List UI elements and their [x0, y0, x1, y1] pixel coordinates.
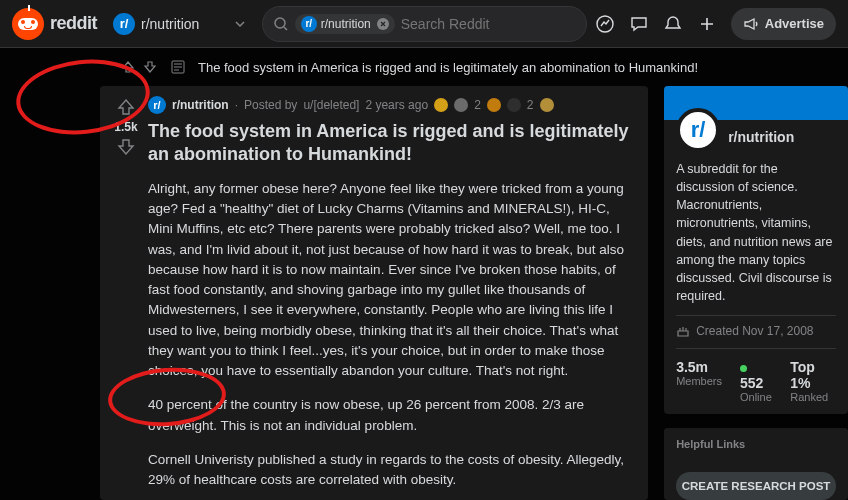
reddit-wordmark: reddit: [50, 13, 97, 34]
online-label: Online: [740, 391, 772, 403]
advertise-button[interactable]: Advertise: [731, 8, 836, 40]
subreddit-dropdown[interactable]: r/ r/nutrition: [105, 6, 254, 42]
rank-value: Top 1%: [790, 359, 836, 391]
reddit-logo[interactable]: reddit: [12, 8, 97, 40]
post-meta: r/ r/nutrition · Posted by u/[deleted] 2…: [148, 96, 636, 114]
award-icon[interactable]: [507, 98, 521, 112]
notifications-icon[interactable]: [663, 14, 683, 34]
award-icon[interactable]: [434, 98, 448, 112]
advertise-label: Advertise: [765, 16, 824, 31]
upvote-icon[interactable]: [120, 59, 136, 75]
cake-icon: [676, 324, 690, 338]
search-chip[interactable]: r/ r/nutrition: [295, 14, 395, 34]
create-research-post-button[interactable]: CREATE RESEARCH POST: [676, 472, 836, 500]
top-header: reddit r/ r/nutrition r/ r/nutrition: [0, 0, 848, 48]
reddit-snoo-icon: [12, 8, 44, 40]
posted-by-prefix: Posted by: [244, 98, 297, 112]
content-area: 1.5k r/ r/nutrition · Posted by u/[delet…: [0, 86, 848, 500]
megaphone-icon: [743, 16, 759, 32]
create-post-icon[interactable]: [697, 14, 717, 34]
post-paragraph: Cornell Univeristy published a study in …: [148, 450, 636, 491]
chat-icon[interactable]: [629, 14, 649, 34]
sidebar: r/ r/nutrition A subreddit for the discu…: [664, 86, 848, 500]
post-title: The food system in America is rigged and…: [148, 120, 636, 167]
subreddit-avatar-icon: r/: [113, 13, 135, 35]
sidebar-created: Created Nov 17, 2008: [676, 315, 836, 338]
search-icon: [273, 16, 289, 32]
chip-avatar-icon: r/: [301, 16, 317, 32]
sidebar-stats: 3.5m Members 552 Online Top 1% Ranked: [676, 348, 836, 403]
subreddit-name: r/nutrition: [141, 16, 199, 32]
award-count: 2: [474, 98, 481, 112]
award-icon[interactable]: [540, 98, 554, 112]
award-count: 2: [527, 98, 534, 112]
subreddit-avatar-icon: r/: [676, 108, 720, 152]
post-body-text: Alright, any former obese here? Anyone f…: [148, 179, 636, 500]
sticky-title: The food system in America is rigged and…: [198, 60, 698, 75]
chevron-down-icon: [234, 18, 246, 30]
post-author[interactable]: u/[deleted]: [303, 98, 359, 112]
rank-label: Ranked: [790, 391, 836, 403]
chip-close-icon[interactable]: [377, 18, 389, 30]
award-icon[interactable]: [454, 98, 468, 112]
post-card: 1.5k r/ r/nutrition · Posted by u/[delet…: [100, 86, 648, 500]
sidebar-description: A subreddit for the discussion of scienc…: [676, 160, 836, 305]
post-time: 2 years ago: [365, 98, 428, 112]
upvote-icon[interactable]: [115, 96, 137, 118]
online-value: 552: [740, 359, 772, 391]
chip-label: r/nutrition: [321, 17, 371, 31]
post-subreddit-link[interactable]: r/nutrition: [172, 98, 229, 112]
downvote-icon[interactable]: [115, 136, 137, 158]
header-actions: Advertise: [595, 8, 836, 40]
subreddit-avatar-icon: r/: [148, 96, 166, 114]
post-score: 1.5k: [114, 120, 137, 134]
post-paragraph: Alright, any former obese here? Anyone f…: [148, 179, 636, 382]
award-icon[interactable]: [487, 98, 501, 112]
svg-point-0: [275, 18, 285, 28]
svg-point-2: [597, 16, 613, 32]
helpful-links-header: Helpful Links: [664, 428, 848, 456]
text-post-icon: [170, 59, 186, 75]
popular-icon[interactable]: [595, 14, 615, 34]
about-community-card: r/ r/nutrition A subreddit for the discu…: [664, 86, 848, 414]
search-bar[interactable]: r/ r/nutrition: [262, 6, 587, 42]
helpful-links-card: Helpful Links CREATE RESEARCH POST: [664, 428, 848, 500]
search-input[interactable]: [401, 16, 576, 32]
downvote-icon[interactable]: [142, 59, 158, 75]
vote-column: 1.5k: [108, 96, 144, 494]
sticky-post-bar: The food system in America is rigged and…: [0, 48, 848, 86]
sidebar-sub-name[interactable]: r/nutrition: [728, 129, 794, 145]
post-paragraph: 40 percent of the country is now obese, …: [148, 395, 636, 436]
members-label: Members: [676, 375, 722, 387]
members-value: 3.5m: [676, 359, 722, 375]
sticky-vote-group: [120, 59, 158, 75]
